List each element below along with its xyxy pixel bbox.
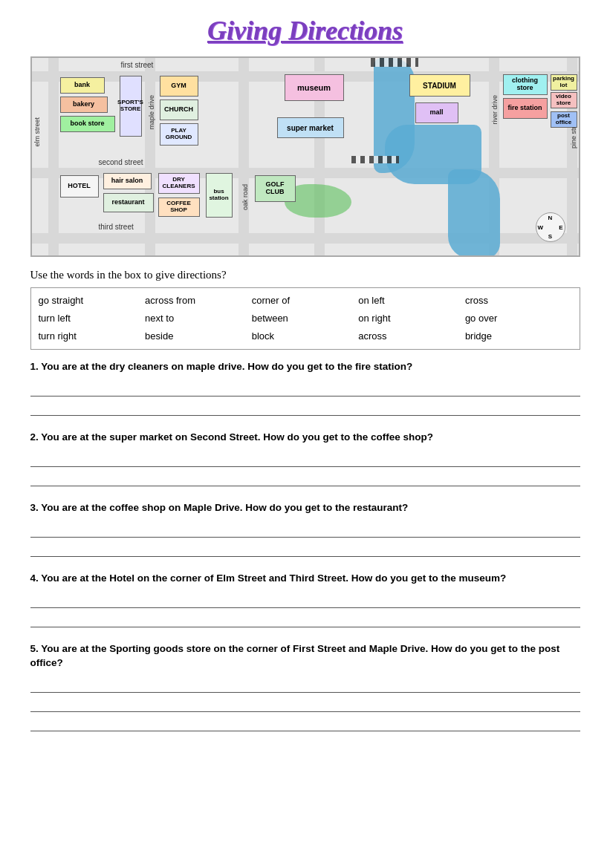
question-5: 5. You are at the Sporting goods store o… [30,642,580,731]
word-on-right: on right [358,310,465,327]
supermarket-building: super market [277,117,344,138]
word-bridge: bridge [465,328,572,345]
question-1: 1. You are at the dry cleaners on maple … [30,360,580,416]
bakery-building: bakery [60,97,108,113]
bridge-mid [351,156,399,163]
river-drive-label: river drive [491,95,499,125]
vocabulary-box: go straight across from corner of on lef… [30,287,580,350]
elm-street-label: elm street [33,117,41,147]
mall-building: mall [415,102,458,123]
golf-club-building: GOLF CLUB [255,175,296,202]
museum-building: museum [285,74,344,101]
word-go-straight: go straight [39,293,146,309]
question-2-text: 2. You are at the super market on Second… [30,431,580,445]
answer-line-5b[interactable] [30,696,580,712]
answer-line-4a[interactable] [30,592,580,608]
word-on-left: on left [358,293,465,309]
answer-line-4b[interactable] [30,611,580,627]
answer-line-2b[interactable] [30,470,580,486]
fire-station-building: fire station [503,98,548,119]
church-building: CHURCH [160,99,198,120]
question-1-text: 1. You are at the dry cleaners on maple … [30,360,580,374]
maple-drive-label: maple drive [148,95,155,130]
word-turn-right: turn right [39,328,146,345]
questions-section: 1. You are at the dry cleaners on maple … [30,360,580,731]
word-turn-left: turn left [39,310,146,327]
third-street-label: third street [99,223,134,231]
word-block: block [252,328,359,345]
river-lower [448,169,500,257]
answer-line-3b[interactable] [30,541,580,557]
playground-building: PLAY GROUND [160,123,198,146]
word-cross: cross [465,293,572,309]
hair-salon-building: hair salon [103,173,152,189]
coffee-shop-building: COFFEE SHOP [158,198,200,217]
hotel-building: HOTEL [60,175,99,198]
bank-building: bank [60,77,105,94]
oak-road-label: oak road [241,184,249,210]
post-office-building: post office [551,111,577,128]
answer-line-5c[interactable] [30,715,580,731]
question-3-text: 3. You are at the coffee shop on Maple D… [30,501,580,515]
page-title: Giving Directions [30,15,580,46]
answer-line-2a[interactable] [30,451,580,467]
stadium-building: STADIUM [409,74,470,97]
bookstore-building: book store [60,116,115,132]
answer-line-1a[interactable] [30,380,580,397]
directions-prompt: Use the words in the box to give directi… [30,269,580,281]
restaurant-building: restaurant [103,193,154,212]
question-4-text: 4. You are at the Hotel on the corner of… [30,572,580,586]
word-across: across [358,328,465,345]
question-4: 4. You are at the Hotel on the corner of… [30,572,580,627]
answer-line-1b[interactable] [30,399,580,416]
word-next-to: next to [145,310,252,327]
question-5-text: 5. You are at the Sporting goods store o… [30,642,580,670]
bus-station-building: bus station [206,173,233,218]
first-street-label: first street [121,61,154,69]
word-between: between [252,310,359,327]
question-2: 2. You are at the super market on Second… [30,431,580,486]
word-corner-of: corner of [252,293,359,309]
word-across-from: across from [145,293,252,309]
question-3: 3. You are at the coffee shop on Maple D… [30,501,580,557]
clothing-store-building: clothing store [503,74,548,95]
compass-rose: N S E W [536,212,565,242]
bridge-top [371,58,418,67]
sports-store-building: SPORT'S STORE [120,76,142,137]
map-area: first street second street third street … [30,56,580,257]
second-street-label: second street [99,158,143,166]
answer-line-3a[interactable] [30,521,580,538]
directions-section: Use the words in the box to give directi… [30,269,580,350]
video-store-building: video store [551,92,577,108]
dry-cleaners-building: DRY CLEANERS [158,173,200,194]
word-beside: beside [145,328,252,345]
answer-line-5a[interactable] [30,676,580,693]
gym-building: GYM [160,76,198,97]
parking-lot-building: parking lot [551,74,577,91]
word-go-over: go over [465,310,572,327]
